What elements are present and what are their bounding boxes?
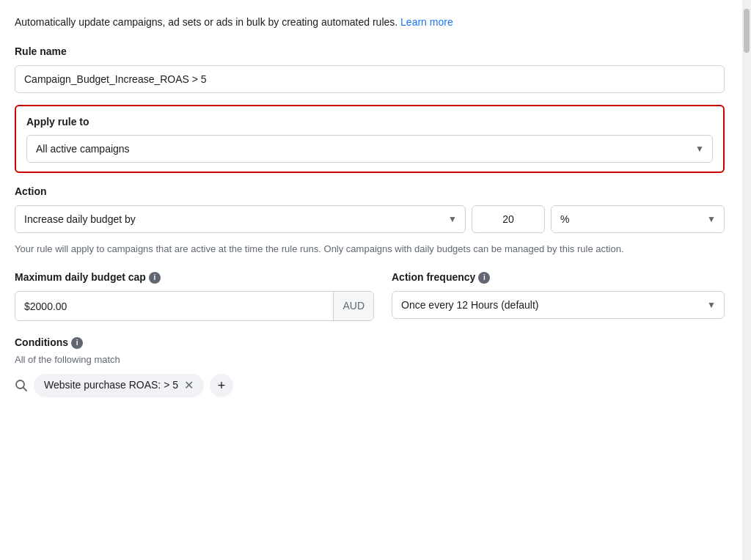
add-condition-button[interactable]: + xyxy=(210,374,233,397)
apply-rule-select-wrapper: All active campaigns ▼ xyxy=(26,135,713,163)
currency-label: AUD xyxy=(333,292,373,321)
budget-cap-info-icon: i xyxy=(149,272,161,284)
condition-tag: Website purchase ROAS: > 5 ✕ xyxy=(34,374,204,397)
budget-cap-label-row: Maximum daily budget cap i xyxy=(15,270,374,285)
learn-more-link[interactable]: Learn more xyxy=(400,16,453,28)
frequency-info-icon: i xyxy=(478,272,490,284)
action-type-select-wrapper: Increase daily budget by ▼ xyxy=(15,205,466,233)
rule-name-input[interactable] xyxy=(15,65,725,93)
budget-cap-label: Maximum daily budget cap xyxy=(15,270,146,285)
conditions-subtitle: All of the following match xyxy=(15,353,725,366)
conditions-row: Website purchase ROAS: > 5 ✕ + xyxy=(15,374,725,397)
action-type-select[interactable]: Increase daily budget by xyxy=(15,205,466,233)
intro-text: Automatically update campaigns, ad sets … xyxy=(15,15,725,30)
frequency-select[interactable]: Once every 12 Hours (default) xyxy=(392,291,725,319)
frequency-label: Action frequency xyxy=(392,270,475,285)
scrollbar-thumb xyxy=(744,9,750,53)
action-unit-select[interactable]: % xyxy=(551,205,725,233)
conditions-search-icon xyxy=(15,379,28,392)
frequency-section: Action frequency i Once every 12 Hours (… xyxy=(392,270,725,319)
action-section: Action Increase daily budget by ▼ % ▼ xyxy=(15,185,725,233)
budget-frequency-row: Maximum daily budget cap i AUD Action fr… xyxy=(15,270,725,321)
conditions-section: Conditions i All of the following match … xyxy=(15,336,725,397)
action-info-text: Your rule will apply to campaigns that a… xyxy=(15,242,725,257)
conditions-header: Conditions i xyxy=(15,336,725,350)
action-value-input[interactable] xyxy=(472,205,545,233)
conditions-info-icon: i xyxy=(71,337,83,349)
svg-line-1 xyxy=(23,388,26,391)
frequency-select-wrapper: Once every 12 Hours (default) ▼ xyxy=(392,291,725,319)
main-content: Automatically update campaigns, ad sets … xyxy=(0,0,742,560)
budget-input-wrapper: AUD xyxy=(15,291,374,322)
page-wrapper: Automatically update campaigns, ad sets … xyxy=(0,0,751,560)
action-unit-select-wrapper: % ▼ xyxy=(551,205,725,233)
rule-name-label: Rule name xyxy=(15,45,725,59)
budget-cap-input[interactable] xyxy=(15,293,333,320)
apply-rule-select[interactable]: All active campaigns xyxy=(26,135,713,163)
frequency-label-row: Action frequency i xyxy=(392,270,725,285)
apply-rule-section: Apply rule to All active campaigns ▼ xyxy=(15,105,725,174)
action-label: Action xyxy=(15,185,725,199)
action-row: Increase daily budget by ▼ % ▼ xyxy=(15,205,725,233)
condition-remove-button[interactable]: ✕ xyxy=(184,380,194,391)
action-value-wrapper xyxy=(472,205,545,233)
intro-description: Automatically update campaigns, ad sets … xyxy=(15,16,398,28)
conditions-label: Conditions xyxy=(15,336,68,350)
budget-cap-section: Maximum daily budget cap i AUD xyxy=(15,270,374,321)
rule-name-section: Rule name xyxy=(15,45,725,93)
apply-rule-label: Apply rule to xyxy=(26,115,713,130)
condition-text: Website purchase ROAS: > 5 xyxy=(44,378,178,393)
scrollbar[interactable] xyxy=(742,0,751,560)
